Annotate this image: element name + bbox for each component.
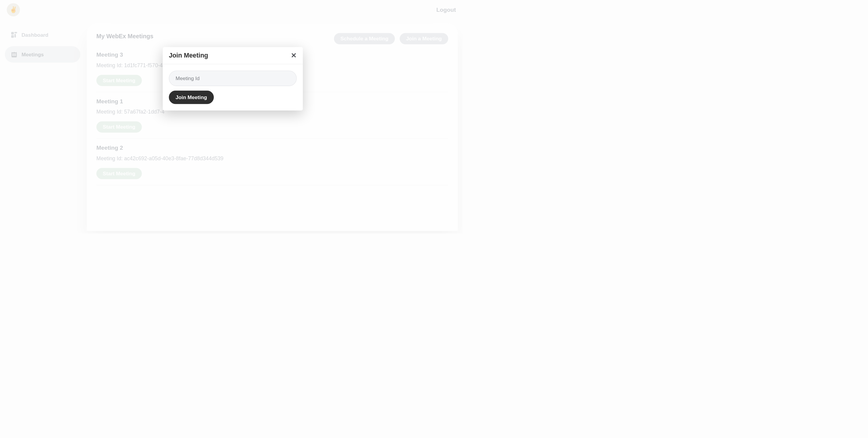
meeting-id-label: Meeting Id: — [96, 62, 124, 68]
svg-rect-7 — [12, 54, 13, 55]
modal-body: Join Meeting — [163, 64, 303, 110]
svg-rect-5 — [13, 52, 13, 53]
svg-rect-10 — [12, 55, 13, 56]
svg-rect-8 — [13, 54, 14, 55]
svg-rect-9 — [15, 54, 16, 55]
sidebar-item-meetings[interactable]: Meetings — [5, 46, 81, 63]
schedule-meeting-button[interactable]: Schedule a Meeting — [334, 33, 395, 44]
logout-link[interactable]: Logout — [436, 6, 456, 13]
svg-rect-11 — [13, 55, 14, 56]
header-actions: Schedule a Meeting Join a Meeting — [334, 33, 448, 44]
svg-rect-12 — [15, 55, 16, 56]
join-meeting-button[interactable]: Join a Meeting — [400, 33, 448, 44]
join-meeting-modal: Join Meeting ✕ Join Meeting — [163, 47, 303, 110]
start-meeting-button[interactable]: Start Meeting — [96, 168, 142, 179]
modal-header: Join Meeting ✕ — [163, 47, 303, 64]
svg-rect-0 — [11, 32, 14, 35]
meeting-title: Meeting 2 — [96, 144, 448, 151]
meeting-row: Meeting 2 Meeting Id: ac42c692-a05d-40e3… — [96, 139, 448, 186]
start-meeting-button[interactable]: Start Meeting — [96, 122, 142, 133]
join-meeting-submit-button[interactable]: Join Meeting — [169, 91, 214, 104]
meeting-id-value: 1d1fc771-f570-4c — [124, 62, 165, 68]
grid-icon — [10, 31, 18, 38]
meeting-id-label: Meeting Id: — [96, 156, 124, 162]
meeting-id-input[interactable] — [169, 71, 297, 86]
avatar[interactable]: ✌️ — [7, 3, 20, 16]
app-root: ✌️ Logout Dashboard Meetings My WebEx Me… — [0, 0, 463, 233]
card-header: My WebEx Meetings Schedule a Meeting Joi… — [96, 33, 448, 44]
sidebar: Dashboard Meetings — [5, 24, 81, 231]
svg-rect-6 — [15, 52, 16, 53]
meeting-id-label: Meeting Id: — [96, 109, 124, 115]
calendar-icon — [10, 51, 18, 58]
sidebar-item-dashboard[interactable]: Dashboard — [5, 27, 81, 43]
close-icon[interactable]: ✕ — [291, 52, 297, 59]
start-meeting-button[interactable]: Start Meeting — [96, 75, 142, 86]
svg-rect-3 — [11, 35, 14, 38]
svg-rect-4 — [11, 52, 17, 58]
topbar: ✌️ Logout — [5, 3, 458, 17]
sidebar-item-label: Dashboard — [22, 32, 48, 38]
meeting-id-value: 57a67fa2-1dd7-4 — [124, 109, 164, 115]
page-title: My WebEx Meetings — [96, 33, 153, 40]
sidebar-item-label: Meetings — [22, 52, 44, 58]
avatar-emoji: ✌️ — [10, 6, 17, 13]
meeting-id-value: ac42c692-a05d-40e3-8fae-77d8d344d539 — [124, 156, 224, 162]
svg-rect-1 — [14, 32, 17, 33]
modal-title: Join Meeting — [169, 52, 208, 59]
svg-rect-2 — [14, 34, 16, 38]
meeting-id: Meeting Id: ac42c692-a05d-40e3-8fae-77d8… — [96, 156, 448, 162]
